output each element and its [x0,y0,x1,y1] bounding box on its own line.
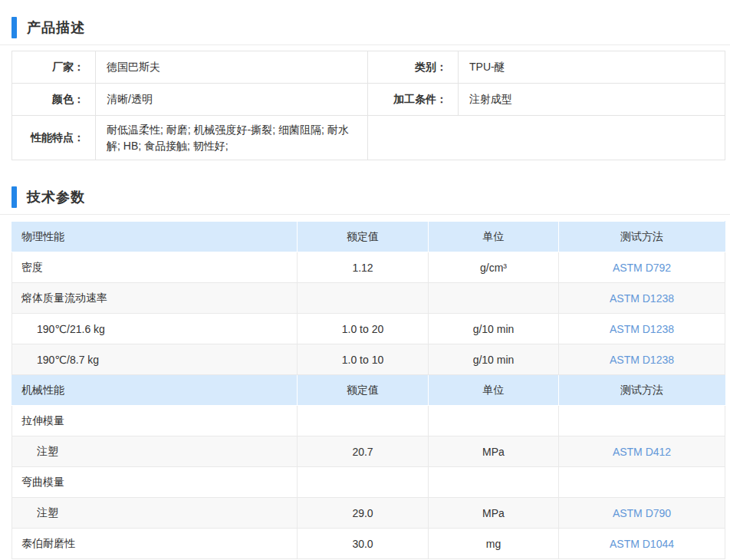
test-method-header: 测试方法 [559,222,725,252]
features-empty-cell [368,116,725,160]
category-value: TPU-醚 [459,51,725,84]
property-name-cell: 注塑 [12,498,298,529]
unit-cell [429,283,559,314]
property-name-cell: 注塑 [12,436,298,467]
unit-cell: MPa [429,498,559,529]
section-title: 产品描述 [27,18,85,37]
manufacturer-value: 德国巴斯夫 [96,51,368,84]
test-method-link[interactable]: ASTM D792 [613,262,671,274]
property-name-cell: 拉伸模量 [12,406,298,436]
table-row: 密度 1.12 g/cm³ ASTM D792 [12,252,725,283]
property-name-cell: 泰伯耐磨性 [12,529,298,559]
test-method-cell: ASTM D412 [559,436,725,467]
property-name-cell: 熔体质量流动速率 [12,283,298,314]
table-row: 性能特点： 耐低温柔性; 耐磨; 机械强度好-撕裂; 细菌阻隔; 耐水解; HB… [12,116,725,160]
unit-cell [429,406,559,436]
section-header: 产品描述 [0,17,730,45]
test-method-link[interactable]: ASTM D1238 [610,354,674,366]
rated-value-cell: 30.0 [298,529,429,559]
unit-cell: g/cm³ [429,252,559,283]
table-row: 注塑 20.7 MPa ASTM D412 [12,436,725,467]
test-method-link[interactable]: ASTM D790 [613,507,671,519]
table-row: 190℃/21.6 kg 1.0 to 20 g/10 min ASTM D12… [12,314,725,344]
technical-parameters-section: 技术参数 物理性能 额定值 单位 测试方法 密度 1.12 g/cm³ ASTM… [0,186,730,559]
table-row: 弯曲模量 [12,467,725,498]
test-method-link[interactable]: ASTM D1238 [610,323,674,335]
test-method-cell [559,406,725,436]
processing-label: 加工条件： [368,84,459,116]
group-name-header: 机械性能 [12,375,298,406]
tech-table-body: 物理性能 额定值 单位 测试方法 密度 1.12 g/cm³ ASTM D792… [12,222,725,559]
features-value: 耐低温柔性; 耐磨; 机械强度好-撕裂; 细菌阻隔; 耐水解; HB; 食品接触… [96,116,368,160]
features-label: 性能特点： [12,116,96,160]
test-method-cell: ASTM D1044 [559,529,725,559]
technical-parameters-table: 物理性能 额定值 单位 测试方法 密度 1.12 g/cm³ ASTM D792… [12,221,725,559]
unit-cell: g/10 min [429,314,559,344]
property-group-header-row: 物理性能 额定值 单位 测试方法 [12,222,725,252]
test-method-header: 测试方法 [559,375,725,406]
table-row: 190℃/8.7 kg 1.0 to 10 g/10 min ASTM D123… [12,344,725,375]
rated-value-cell: 1.0 to 20 [298,314,429,344]
section-title: 技术参数 [27,188,85,206]
table-row: 注塑 29.0 MPa ASTM D790 [12,498,725,529]
unit-header: 单位 [429,222,559,252]
processing-value: 注射成型 [459,84,725,116]
unit-cell: MPa [429,436,559,467]
test-method-link[interactable]: ASTM D412 [613,446,671,458]
test-method-cell [559,467,725,498]
property-name-cell: 190℃/8.7 kg [12,344,298,375]
color-value: 清晰/透明 [96,84,368,116]
rated-value-cell: 29.0 [298,498,429,529]
test-method-cell: ASTM D1238 [559,344,725,375]
table-row: 泰伯耐磨性 30.0 mg ASTM D1044 [12,529,725,559]
manufacturer-label: 厂家： [12,51,96,84]
group-name-header: 物理性能 [12,222,298,252]
table-row: 熔体质量流动速率 ASTM D1238 [12,283,725,314]
rated-value-cell: 20.7 [298,436,429,467]
rated-value-cell [298,406,429,436]
rated-value-cell: 1.0 to 10 [298,344,429,375]
rated-value-cell [298,283,429,314]
property-group-header-row: 机械性能 额定值 单位 测试方法 [12,375,725,406]
test-method-link[interactable]: ASTM D1238 [610,292,674,305]
rated-value-header: 额定值 [298,375,429,406]
section-header: 技术参数 [0,186,730,215]
rated-value-header: 额定值 [298,222,429,252]
property-name-cell: 密度 [12,252,298,283]
table-row: 拉伸模量 [12,406,725,436]
accent-bar-icon [12,17,17,38]
test-method-cell: ASTM D1238 [559,314,725,344]
rated-value-cell: 1.12 [298,252,429,283]
rated-value-cell [298,467,429,498]
unit-header: 单位 [429,375,559,406]
property-name-cell: 弯曲模量 [12,467,298,498]
unit-cell: mg [429,529,559,559]
test-method-cell: ASTM D1238 [559,283,725,314]
unit-cell: g/10 min [429,344,559,375]
test-method-link[interactable]: ASTM D1044 [610,538,674,550]
property-name-cell: 190℃/21.6 kg [12,314,298,344]
table-row: 厂家： 德国巴斯夫 类别： TPU-醚 [12,51,725,84]
color-label: 颜色： [12,84,96,116]
accent-bar-icon [12,186,17,208]
unit-cell [429,467,559,498]
table-row: 颜色： 清晰/透明 加工条件： 注射成型 [12,84,725,116]
product-description-table: 厂家： 德国巴斯夫 类别： TPU-醚 颜色： 清晰/透明 加工条件： 注射成型… [12,51,725,160]
category-label: 类别： [368,51,459,84]
product-description-section: 产品描述 厂家： 德国巴斯夫 类别： TPU-醚 颜色： 清晰/透明 加工条件：… [0,17,730,160]
test-method-cell: ASTM D792 [559,252,725,283]
test-method-cell: ASTM D790 [559,498,725,529]
datasheet-page: 产品描述 厂家： 德国巴斯夫 类别： TPU-醚 颜色： 清晰/透明 加工条件：… [0,0,730,559]
